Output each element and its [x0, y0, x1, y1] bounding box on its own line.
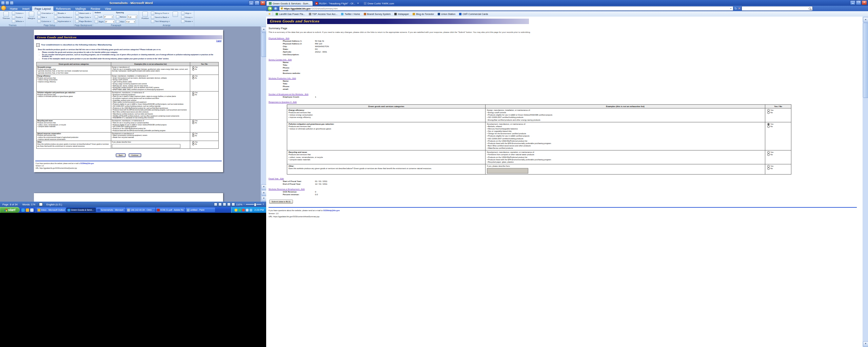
network-icon[interactable] — [250, 209, 252, 211]
draft-view-icon[interactable] — [232, 203, 235, 206]
task-citrix[interactable]: 146.142.40.39 - Citrix ... — [126, 208, 155, 212]
spacing-before-stepper[interactable]: 0 pt▲▼ — [127, 15, 137, 19]
scroll-down-arrow[interactable]: ▼ — [863, 341, 868, 347]
favorite-union-station[interactable]: Union Station — [437, 13, 456, 15]
address-bar[interactable]: https://ggsdatat.bls.gov /GGS/showSummar… — [279, 6, 733, 11]
help-email-link[interactable]: GGSHelp@bls.gov — [323, 209, 340, 211]
favorite-blog[interactable]: Blog do Torcedor — [412, 13, 435, 15]
hyphenation-button[interactable]: Hyphenation▾ — [54, 20, 72, 23]
outline-view-icon[interactable] — [227, 203, 231, 206]
ie-quicklaunch-icon[interactable] — [21, 208, 25, 212]
tray-icon-1[interactable] — [235, 209, 237, 211]
tab-close-icon[interactable]: ✕ — [357, 2, 359, 5]
task-paint[interactable]: untitled - Paint — [186, 208, 215, 212]
browser-close-button[interactable]: ✕ — [862, 0, 867, 5]
text-wrapping-button[interactable]: Text Wrapping▾ — [151, 20, 170, 23]
align-button[interactable]: Align▾ — [181, 12, 193, 15]
no-radio[interactable] — [192, 68, 194, 70]
tab-youtube-rush[interactable]: ▶RUSH - "Headlong Flight" - Of...✕ — [313, 1, 361, 6]
zoom-slider-thumb[interactable] — [254, 203, 256, 206]
page-borders-button[interactable]: Page Borders — [75, 20, 92, 23]
help-email-link[interactable]: GGSHelp@bls.gov — [80, 163, 94, 164]
tab-review[interactable]: Review — [88, 6, 102, 11]
minimize-button[interactable]: ▁ — [249, 1, 254, 5]
print-layout-view-icon[interactable] — [214, 203, 217, 206]
watermark-button[interactable]: Watermark▾ — [75, 12, 92, 15]
tab-mailings[interactable]: Mailings — [73, 6, 88, 11]
no-radio[interactable] — [192, 94, 194, 96]
word-count[interactable]: Words: 174 — [20, 203, 38, 206]
tray-icon-2[interactable] — [238, 209, 241, 211]
save-icon[interactable] — [5, 1, 9, 5]
close-button[interactable]: ✕ — [260, 1, 265, 5]
yes-radio[interactable] — [767, 109, 770, 111]
word-vertical-scrollbar[interactable]: ▲ ▼ ▲ ▼ — [261, 26, 266, 202]
no-radio[interactable] — [192, 77, 194, 79]
taskbar-clock[interactable]: 2:23 PM — [254, 208, 264, 211]
zoom-in-button[interactable]: + — [262, 203, 264, 206]
no-radio[interactable] — [192, 143, 194, 145]
favorite-instapaper[interactable]: Instapaper — [393, 13, 410, 15]
search-input[interactable] — [742, 6, 813, 11]
zoom-level[interactable]: 110% — [236, 203, 242, 206]
yes-radio[interactable] — [767, 123, 770, 125]
favorite-landfill[interactable]: Landfill Gas Power Pla... — [275, 13, 306, 15]
scroll-thumb[interactable] — [261, 33, 266, 57]
previous-page-button[interactable]: ▲ — [261, 190, 266, 196]
yes-radio[interactable] — [767, 151, 770, 154]
tab-view[interactable]: View — [102, 6, 113, 11]
line-numbers-button[interactable]: Line Numbers▾ — [54, 16, 72, 19]
revenue-edit-link[interactable]: Worksite Revenue or Employment - Edit — [269, 188, 860, 190]
task-adobe-reader[interactable]: EOB (1).pdf - Adobe Re... — [156, 208, 185, 212]
word-titlebar[interactable]: Screenshots - Microsoft Word ▁ ❐ ✕ — [0, 0, 266, 6]
spacing-after-stepper[interactable]: 0 pt▲▼ — [125, 20, 136, 23]
fiscal-year-edit-link[interactable]: Fiscal Year - Edit — [269, 178, 860, 180]
responses-q4-edit-link[interactable]: Responses to Question 4 - Edit — [269, 101, 860, 103]
no-radio[interactable] — [767, 111, 770, 114]
employee-count-edit-link[interactable]: Number of Employees at this Worksite - E… — [269, 93, 860, 95]
rotate-button[interactable]: Rotate▾ — [181, 20, 193, 23]
send-to-back-button[interactable]: Send to Back▾ — [151, 16, 170, 19]
web-layout-view-icon[interactable] — [223, 203, 226, 206]
other-describe-input[interactable] — [487, 168, 528, 174]
bring-to-front-button[interactable]: Bring to Front▾ — [151, 12, 170, 15]
orientation-button[interactable]: Orientation▾ — [37, 12, 53, 15]
back-nav-button[interactable]: ◀ — [268, 6, 273, 11]
favorites-star-icon[interactable]: ★ — [268, 13, 271, 16]
page-indicator[interactable]: Page: 8 of 34 — [0, 203, 20, 206]
worksite-production-edit-link[interactable]: Worksite Production Info - Edit — [269, 77, 860, 79]
no-radio[interactable] — [767, 125, 770, 128]
theme-colors-button[interactable]: Colors▾ — [12, 12, 24, 15]
yes-radio[interactable] — [767, 165, 770, 167]
back-button[interactable]: Back — [116, 154, 125, 157]
tab-fark[interactable]: Drew Curtis' FARK.com — [361, 1, 397, 6]
no-radio[interactable] — [192, 135, 194, 137]
physical-address-edit-link[interactable]: Physical Address - Edit — [269, 37, 860, 39]
columns-button[interactable]: Columns▾ — [37, 20, 53, 23]
tab-home[interactable]: Home — [7, 6, 20, 11]
align-big-button[interactable] — [171, 12, 180, 17]
address-dropdown-icon[interactable]: ▼ — [730, 7, 732, 9]
yes-radio[interactable] — [192, 133, 194, 135]
no-radio[interactable] — [192, 122, 194, 124]
group-button[interactable]: Group▾ — [181, 16, 193, 19]
zoom-slider[interactable] — [246, 204, 261, 205]
theme-effects-button[interactable]: Effects▾ — [12, 20, 24, 23]
refresh-icon[interactable]: ↻ — [734, 6, 737, 11]
undo-icon[interactable] — [10, 1, 14, 5]
position-button[interactable]: Position — [140, 12, 150, 19]
indent-left-stepper[interactable]: 0"▲▼ — [103, 15, 114, 19]
tray-icon-3[interactable] — [242, 209, 245, 211]
other-describe-input[interactable] — [112, 144, 180, 148]
stop-icon[interactable]: ✕ — [738, 6, 741, 11]
scroll-up-arrow[interactable]: ▲ — [863, 17, 868, 22]
start-button[interactable]: start — [0, 207, 20, 213]
continue-button[interactable]: Continue — [129, 154, 141, 157]
volume-icon[interactable] — [246, 209, 249, 211]
breaks-button[interactable]: Breaks▾ — [54, 12, 72, 15]
no-radio[interactable] — [767, 154, 770, 156]
fullscreen-view-icon[interactable] — [218, 203, 222, 206]
next-page-button[interactable]: ▼ — [261, 196, 266, 201]
tab-page-layout[interactable]: Page Layout — [32, 6, 54, 11]
scroll-thumb[interactable] — [863, 23, 868, 98]
